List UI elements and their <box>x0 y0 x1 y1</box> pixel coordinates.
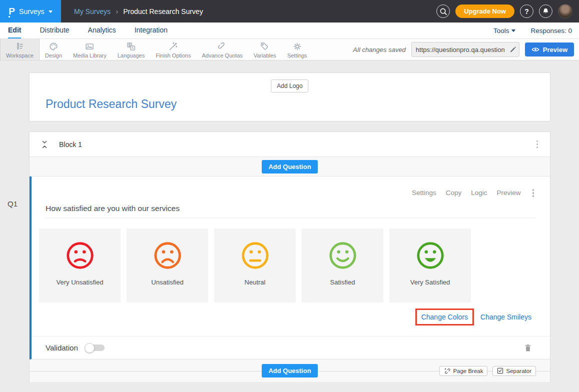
toolbar-item-design[interactable]: Design <box>40 39 68 60</box>
very-unsatisfied-smiley-icon <box>65 240 96 271</box>
survey-header-card: Add Logo Product Research Survey <box>29 72 550 122</box>
avatar[interactable] <box>558 4 572 18</box>
chevron-down-icon <box>511 30 515 32</box>
separator-button[interactable]: Separator <box>492 366 536 376</box>
product-menu[interactable]: P Surveys <box>0 0 61 22</box>
question-logic-link[interactable]: Logic <box>471 189 487 196</box>
toggle-knob <box>85 343 95 353</box>
question-actions: Settings Copy Logic Preview <box>412 187 536 199</box>
eye-icon <box>531 46 539 52</box>
question-preview-link[interactable]: Preview <box>496 189 520 196</box>
tab-analytics[interactable]: Analytics <box>88 22 116 38</box>
smiley-settings-links: Change Colors Change Smileys <box>415 308 531 326</box>
delete-question-button[interactable] <box>524 344 532 352</box>
questionpro-logo-icon: P <box>9 6 15 16</box>
collapse-block-button[interactable] <box>41 140 49 149</box>
add-question-row-bottom: Add Question Page Break Separator <box>30 360 550 382</box>
variables-icon <box>260 42 270 52</box>
question-number: Q1 <box>8 200 18 208</box>
tab-distribute[interactable]: Distribute <box>40 22 69 38</box>
toolbar-item-variables[interactable]: Variables <box>248 39 282 60</box>
toolbar-label: Settings <box>287 52 307 58</box>
toolbar-label: Media Library <box>73 52 107 58</box>
top-bar: P Surveys My Surveys › Product Research … <box>0 0 579 22</box>
smiley-option-very-unsatisfied[interactable]: Very Unsatisfied <box>39 228 121 302</box>
smiley-option-label: Very Satisfied <box>410 278 450 286</box>
question-settings-link[interactable]: Settings <box>412 189 436 196</box>
toolbar-item-languages[interactable]: A Languages <box>112 39 150 60</box>
svg-text:A: A <box>132 46 134 50</box>
question-copy-link[interactable]: Copy <box>446 189 462 196</box>
survey-url-input[interactable] <box>412 46 507 54</box>
satisfied-smiley-icon <box>327 240 358 271</box>
survey-nav: Edit Distribute Analytics Integration To… <box>0 22 579 39</box>
responses-count[interactable]: Responses: 0 <box>530 27 572 34</box>
unsatisfied-smiley-icon <box>152 240 183 271</box>
smiley-option-very-satisfied[interactable]: Very Satisfied <box>389 228 471 302</box>
tab-integration[interactable]: Integration <box>135 22 168 38</box>
finish-options-icon <box>168 42 178 52</box>
add-question-row-top: Add Question <box>30 157 550 176</box>
question-text[interactable]: How satisfied are you with our services <box>46 204 180 213</box>
toolbar-item-advance-quotas[interactable]: Advance Quotas <box>196 39 248 60</box>
add-logo-button[interactable]: Add Logo <box>271 80 308 92</box>
breadcrumb-separator: › <box>116 7 118 16</box>
checkbox-icon <box>497 368 503 374</box>
advance-quotas-icon <box>217 42 227 52</box>
smiley-option-neutral[interactable]: Neutral <box>214 228 296 302</box>
tools-menu[interactable]: Tools <box>493 27 516 34</box>
add-question-button-top[interactable]: Add Question <box>262 160 317 174</box>
product-menu-label: Surveys <box>19 8 45 16</box>
help-icon: ? <box>524 8 529 16</box>
preview-label: Preview <box>543 46 567 54</box>
workspace-icon <box>15 42 25 52</box>
change-colors-link[interactable]: Change Colors <box>421 313 468 321</box>
notifications-button[interactable] <box>539 4 552 18</box>
page-break-button[interactable]: Page Break <box>439 366 487 376</box>
edit-url-button[interactable] <box>507 46 519 53</box>
validation-toggle[interactable] <box>85 343 106 353</box>
block-menu-button[interactable] <box>534 138 540 150</box>
footer-buttons: Page Break Separator <box>439 366 536 376</box>
tab-edit[interactable]: Edit <box>8 22 21 38</box>
toolbar-label: Advance Quotas <box>202 52 242 58</box>
breadcrumb-my-surveys[interactable]: My Surveys <box>74 8 111 16</box>
block-title[interactable]: Block 1 <box>59 140 82 148</box>
page-break-icon <box>444 368 450 374</box>
add-question-button-bottom[interactable]: Add Question <box>262 364 317 378</box>
toolbar-item-settings[interactable]: Settings <box>282 39 313 60</box>
neutral-smiley-icon <box>240 240 271 271</box>
smiley-option-unsatisfied[interactable]: Unsatisfied <box>127 228 208 302</box>
change-smileys-link[interactable]: Change Smileys <box>480 313 531 321</box>
nav-right: Tools Responses: 0 <box>493 22 572 38</box>
toolbar-label: Design <box>45 52 62 58</box>
question-card: Settings Copy Logic Preview How satisfie… <box>30 176 550 360</box>
validation-row: Validation <box>32 336 550 359</box>
trash-icon <box>524 344 532 352</box>
search-button[interactable] <box>436 4 450 18</box>
toolbar-item-media-library[interactable]: Media Library <box>68 39 112 60</box>
help-button[interactable]: ? <box>520 4 533 18</box>
separator-label: Separator <box>506 368 531 374</box>
question-menu-button[interactable] <box>530 187 536 199</box>
editor-toolbar: Workspace Design Media Library A Languag… <box>0 39 579 60</box>
survey-title[interactable]: Product Research Survey <box>46 98 177 111</box>
validation-label: Validation <box>46 344 78 352</box>
smiley-option-satisfied[interactable]: Satisfied <box>302 228 383 302</box>
toolbar-item-finish-options[interactable]: Finish Options <box>150 39 196 60</box>
toolbar-label: Finish Options <box>156 52 191 58</box>
topbar-actions: Upgrade Now ? <box>436 4 579 18</box>
very-satisfied-smiley-icon <box>415 240 446 271</box>
upgrade-now-button[interactable]: Upgrade Now <box>455 4 514 18</box>
block-header: Block 1 <box>30 132 550 157</box>
pencil-icon <box>509 46 516 53</box>
smiley-scale: Very Unsatisfied Unsatisfied Neutral <box>39 228 550 302</box>
save-status: All changes saved <box>353 46 406 54</box>
search-icon <box>439 8 447 16</box>
chevron-down-icon <box>49 10 53 13</box>
settings-icon <box>292 42 302 52</box>
bell-icon <box>542 8 549 15</box>
preview-button[interactable]: Preview <box>525 42 574 56</box>
toolbar-right: All changes saved Preview <box>353 39 579 60</box>
toolbar-item-workspace[interactable]: Workspace <box>0 39 40 60</box>
